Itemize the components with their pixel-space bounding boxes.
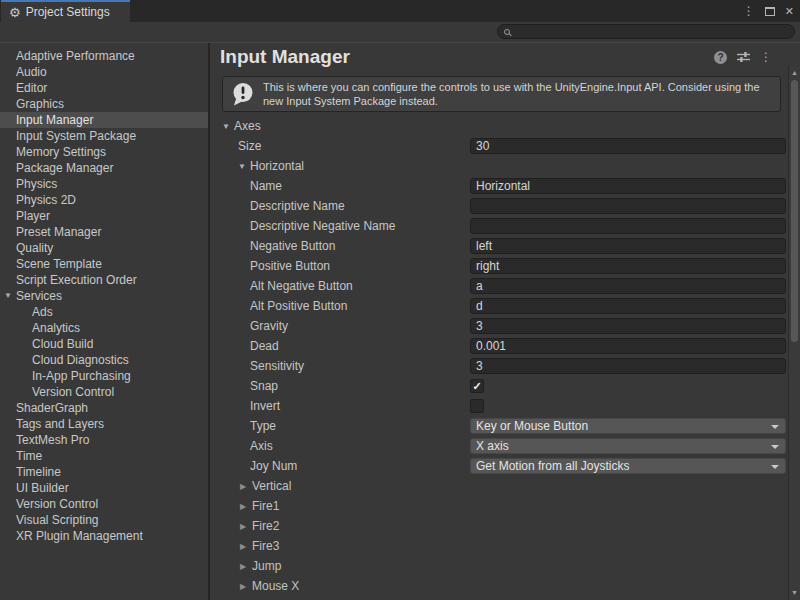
- property-label: Name: [212, 179, 470, 193]
- sidebar-item-quality[interactable]: Quality: [0, 240, 208, 256]
- sidebar-item-timeline[interactable]: Timeline: [0, 464, 208, 480]
- alt-negative-button-field[interactable]: [470, 278, 786, 294]
- scrollbar-thumb[interactable]: [791, 80, 798, 342]
- property-label: Descriptive Negative Name: [212, 219, 470, 233]
- snap-checkbox[interactable]: ✓: [470, 379, 484, 393]
- scroll-down-icon[interactable]: ▼: [789, 588, 800, 598]
- sidebar-item-label: Services: [16, 288, 62, 304]
- foldout-label: Fire1: [252, 499, 279, 513]
- property-label: Axis: [212, 439, 470, 453]
- sidebar-item-version-control-service[interactable]: Version Control: [0, 384, 208, 400]
- warning-icon: [231, 82, 255, 106]
- descriptive-negative-name-field[interactable]: [470, 218, 786, 234]
- tab-project-settings[interactable]: ⚙ Project Settings: [1, 0, 130, 22]
- foldout-fire1[interactable]: ▶Fire1: [212, 496, 786, 516]
- sidebar-item-package-manager[interactable]: Package Manager: [0, 160, 208, 176]
- preset-icon[interactable]: [737, 51, 750, 63]
- sidebar-item-services[interactable]: ▼ Services: [0, 288, 208, 304]
- sidebar-item-audio[interactable]: Audio: [0, 64, 208, 80]
- sidebar-item-physics-2d[interactable]: Physics 2D: [0, 192, 208, 208]
- toolbar: [0, 22, 800, 43]
- positive-button-field[interactable]: [470, 258, 786, 274]
- property-label: Size: [212, 139, 470, 153]
- foldout-mouse-x[interactable]: ▶Mouse X: [212, 576, 786, 596]
- property-row-name: Name: [212, 176, 786, 196]
- sidebar-item-adaptive-performance[interactable]: Adaptive Performance: [0, 48, 208, 64]
- sidebar-item-cloud-diagnostics[interactable]: Cloud Diagnostics: [0, 352, 208, 368]
- property-row-descriptive-name: Descriptive Name: [212, 196, 786, 216]
- sensitivity-field[interactable]: [470, 358, 786, 374]
- property-row-positive-button: Positive Button: [212, 256, 786, 276]
- property-label: Descriptive Name: [212, 199, 470, 213]
- info-text: This is where you can configure the cont…: [263, 80, 768, 108]
- sidebar-item-physics[interactable]: Physics: [0, 176, 208, 192]
- sidebar-item-textmesh-pro[interactable]: TextMesh Pro: [0, 432, 208, 448]
- dropdown-value: Key or Mouse Button: [476, 419, 588, 433]
- window-menu-icon[interactable]: ⋮: [743, 4, 755, 18]
- sidebar-item-cloud-build[interactable]: Cloud Build: [0, 336, 208, 352]
- sidebar-item-time[interactable]: Time: [0, 448, 208, 464]
- sidebar-item-visual-scripting[interactable]: Visual Scripting: [0, 512, 208, 528]
- size-field[interactable]: [470, 138, 786, 154]
- foldout-axes[interactable]: ▼Axes: [212, 116, 786, 136]
- sidebar-item-in-app-purchasing[interactable]: In-App Purchasing: [0, 368, 208, 384]
- property-row-negative-button: Negative Button: [212, 236, 786, 256]
- search-input[interactable]: [514, 26, 788, 38]
- property-label: Type: [212, 419, 470, 433]
- vertical-scrollbar[interactable]: ▲ ▼: [788, 66, 800, 600]
- property-row-joy-num: Joy Num Get Motion from all Joysticks: [212, 456, 786, 476]
- chevron-down-icon: [771, 445, 779, 449]
- sidebar-item-preset-manager[interactable]: Preset Manager: [0, 224, 208, 240]
- sidebar-item-xr-plugin-management[interactable]: XR Plugin Management: [0, 528, 208, 544]
- foldout-label: Vertical: [252, 479, 291, 493]
- sidebar-item-memory-settings[interactable]: Memory Settings: [0, 144, 208, 160]
- descriptive-name-field[interactable]: [470, 198, 786, 214]
- foldout-label: Jump: [252, 559, 281, 573]
- sidebar-item-input-system-package[interactable]: Input System Package: [0, 128, 208, 144]
- property-row-type: Type Key or Mouse Button: [212, 416, 786, 436]
- check-icon: ✓: [472, 381, 481, 392]
- sidebar-item-ui-builder[interactable]: UI Builder: [0, 480, 208, 496]
- type-dropdown[interactable]: Key or Mouse Button: [470, 418, 786, 434]
- joy-num-dropdown[interactable]: Get Motion from all Joysticks: [470, 458, 786, 474]
- foldout-open-icon: ▼: [4, 288, 16, 304]
- negative-button-field[interactable]: [470, 238, 786, 254]
- sidebar-item-graphics[interactable]: Graphics: [0, 96, 208, 112]
- maximize-icon[interactable]: [765, 7, 775, 16]
- axis-dropdown[interactable]: X axis: [470, 438, 786, 454]
- gravity-field[interactable]: [470, 318, 786, 334]
- property-label: Alt Negative Button: [212, 279, 470, 293]
- foldout-horizontal[interactable]: ▼Horizontal: [212, 156, 786, 176]
- sidebar-item-player[interactable]: Player: [0, 208, 208, 224]
- scroll-up-icon[interactable]: ▲: [789, 68, 800, 78]
- foldout-closed-icon: ▶: [240, 482, 252, 491]
- foldout-fire2[interactable]: ▶Fire2: [212, 516, 786, 536]
- sidebar-item-shadergraph[interactable]: ShaderGraph: [0, 400, 208, 416]
- property-row-alt-negative-button: Alt Negative Button: [212, 276, 786, 296]
- sidebar-item-tags-and-layers[interactable]: Tags and Layers: [0, 416, 208, 432]
- help-icon[interactable]: ?: [714, 51, 727, 64]
- invert-checkbox[interactable]: [470, 399, 484, 413]
- alt-positive-button-field[interactable]: [470, 298, 786, 314]
- context-menu-icon[interactable]: ⋮: [760, 50, 772, 64]
- dead-field[interactable]: [470, 338, 786, 354]
- property-label: Negative Button: [212, 239, 470, 253]
- search-box[interactable]: [497, 24, 795, 39]
- foldout-jump[interactable]: ▶Jump: [212, 556, 786, 576]
- sidebar-item-scene-template[interactable]: Scene Template: [0, 256, 208, 272]
- property-label: Invert: [212, 399, 470, 413]
- name-field[interactable]: [470, 178, 786, 194]
- close-icon[interactable]: ✕: [785, 5, 794, 18]
- sidebar-item-input-manager[interactable]: Input Manager: [0, 112, 208, 128]
- sidebar-item-editor[interactable]: Editor: [0, 80, 208, 96]
- sidebar-item-script-execution-order[interactable]: Script Execution Order: [0, 272, 208, 288]
- sidebar-item-version-control[interactable]: Version Control: [0, 496, 208, 512]
- dropdown-value: X axis: [476, 439, 509, 453]
- sidebar-item-ads[interactable]: Ads: [0, 304, 208, 320]
- foldout-fire3[interactable]: ▶Fire3: [212, 536, 786, 556]
- foldout-vertical[interactable]: ▶Vertical: [212, 476, 786, 496]
- property-row-gravity: Gravity: [212, 316, 786, 336]
- sidebar-item-analytics[interactable]: Analytics: [0, 320, 208, 336]
- gear-icon: ⚙: [9, 6, 21, 19]
- property-row-axis: Axis X axis: [212, 436, 786, 456]
